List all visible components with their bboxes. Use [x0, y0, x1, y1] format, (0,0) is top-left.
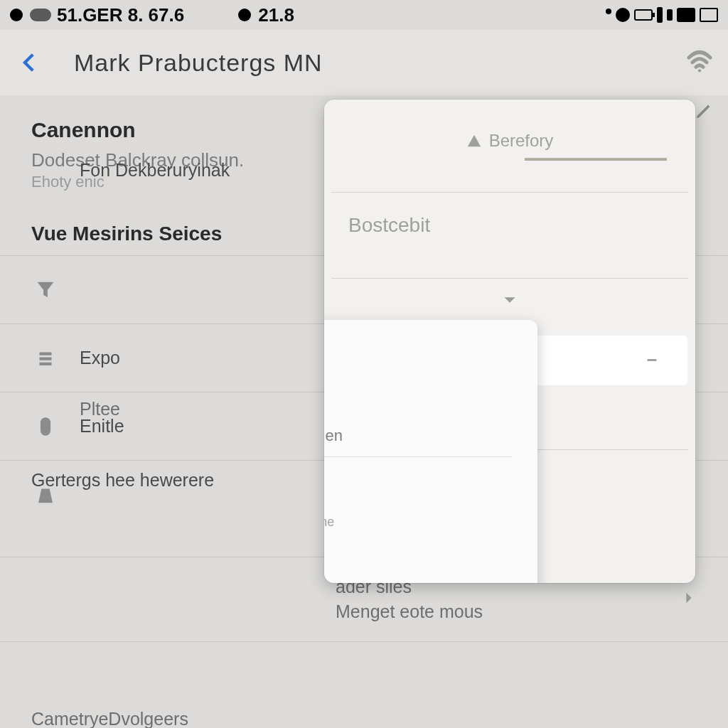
card-small1: ihtupoupher fertey dery	[324, 493, 512, 513]
status-dot3-icon	[606, 9, 611, 14]
signal2-icon	[667, 9, 673, 21]
bottom-right-labels: ader siles Menget eote mous	[336, 577, 483, 622]
card-link2[interactable]: Dewaic	[324, 467, 512, 486]
mouse-icon	[31, 412, 60, 441]
popup-section[interactable]: Bostcebit	[324, 193, 695, 278]
app-bar: Mark Prabuctergs MN	[0, 30, 728, 95]
status-dot2-icon	[238, 9, 251, 21]
screen-icon	[700, 8, 718, 22]
bottom-left-labels: Gertergs hee hewerere CametryeDvolgeers	[31, 470, 316, 729]
status-left-text: 51.GER 8. 67.6	[57, 4, 184, 26]
warning-icon	[466, 133, 482, 149]
svg-rect-1	[41, 417, 50, 436]
inner-info-card: Abourx Backeetryergeen Nesterwe't Seeion…	[324, 320, 537, 583]
edit-icon[interactable]	[694, 100, 715, 124]
filter-icon	[31, 276, 60, 304]
chevron-down-icon[interactable]	[499, 289, 520, 311]
bottom-left-top: Gertergs hee hewerere	[31, 470, 316, 705]
status-pill-icon	[30, 9, 51, 21]
minus-icon	[644, 352, 660, 368]
card-body: Deary 80.1/ 2017FMien	[324, 427, 512, 445]
bottom-left-bottom: CametryeDvolgeers	[31, 709, 316, 729]
wifi-icon	[685, 47, 714, 75]
bottom-chevron	[681, 590, 697, 609]
bottom-right-bottom: Menget eote mous	[336, 601, 483, 622]
status-left: 51.GER 8. 67.6 21.8	[10, 4, 294, 26]
svg-point-0	[698, 69, 701, 72]
popup-header-line: Berefory	[466, 131, 554, 151]
page-title: Mark Prabuctergs MN	[74, 49, 323, 77]
card-small2: hl beneree spones rhesbne	[324, 513, 512, 532]
side-popup-panel: Berefory Bostcebit Abourx Backeetryergee…	[324, 100, 695, 583]
card-subtitle: Backeetryergeen	[324, 370, 512, 390]
popup-header-label: Berefory	[489, 131, 554, 151]
status-bar: 51.GER 8. 67.6 21.8	[0, 0, 728, 30]
row3-label: Enitle	[80, 416, 314, 437]
back-button[interactable]	[14, 47, 46, 78]
status-right-icons	[606, 7, 718, 23]
row1-labels: Fon Dekberuryinak Pltee	[80, 160, 230, 419]
popup-header: Berefory	[324, 100, 695, 192]
card-divider	[324, 456, 512, 457]
status-right-text: 21.8	[258, 4, 294, 26]
chevron-left-icon	[18, 50, 42, 75]
stack-icon	[31, 344, 60, 373]
signal-icon	[657, 7, 663, 23]
card-title: Abourx	[324, 341, 512, 363]
status-dot-icon	[10, 9, 23, 21]
wifi-button[interactable]	[685, 47, 714, 78]
card-link1[interactable]: Nesterwe't Seeion	[324, 400, 512, 419]
popup-section-label: Bostcebit	[348, 214, 430, 236]
svg-rect-2	[648, 359, 657, 361]
clock-icon	[616, 8, 630, 22]
popup-header-underline	[525, 158, 667, 161]
row2-label: Expo	[80, 348, 314, 368]
camera-icon	[677, 8, 695, 22]
battery-icon	[634, 9, 653, 21]
